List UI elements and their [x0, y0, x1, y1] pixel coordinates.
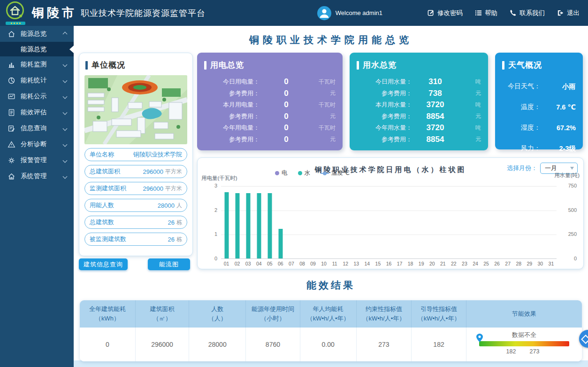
stat-value: 0	[260, 89, 313, 98]
x-axis-tick-label: 11	[329, 261, 340, 266]
column-unit: （kW•h/人•年）	[412, 314, 465, 323]
app-header: 铜陵市 职业技术学院能源资源监管平台 Welcome admin1 修改密码帮助…	[0, 0, 588, 26]
saving-gradient-bar	[479, 341, 569, 346]
sidebar-item-analysis-diagnosis[interactable]: 分析诊断	[0, 136, 74, 152]
stat-unit: 吨	[458, 78, 481, 86]
x-axis-tick-label: 22	[448, 261, 459, 266]
stat-value: 0	[260, 100, 313, 109]
legend-temperature[interactable]: 温度℃	[321, 169, 350, 177]
unit-overview-title: 单位概况	[92, 60, 125, 70]
weather-value: 2-3级	[559, 144, 576, 153]
alert-icon	[8, 141, 15, 148]
y-tick-right: 750	[563, 183, 577, 188]
stat-unit: 元	[313, 89, 336, 97]
sidebar-item-energy-stats[interactable]: 能耗统计	[0, 72, 74, 88]
field-label: 监测建筑面积	[90, 184, 126, 193]
sidebar-item-energy-monitor[interactable]: 能耗监测	[0, 56, 74, 72]
stat-label: 参考费用：	[204, 89, 260, 98]
stat-label: 今年用电量：	[204, 124, 260, 132]
left-axis-ticks: 3210	[204, 183, 217, 261]
column-header: 全年建筑能耗（kWh）	[80, 300, 136, 328]
electricity-overview-title: 用电总览	[210, 60, 244, 70]
header-action-list[interactable]: 帮助	[475, 9, 497, 17]
stat-value: 3720	[412, 100, 458, 109]
x-axis-tick-label: 04	[253, 261, 264, 266]
stat-label: 本月用水量：	[357, 101, 412, 109]
stat-row: 本月用水量：3720吨	[357, 99, 481, 111]
y-tick-right: 250	[563, 231, 577, 237]
stat-value: 0	[260, 135, 313, 144]
efficiency-table: 全年建筑能耗（kWh）建筑面积（㎡）人数（人）能源年使用时间（小时）年人均能耗（…	[80, 300, 582, 361]
sidebar-item-system-management[interactable]: 系统管理	[0, 168, 74, 184]
temperature-line-icon	[321, 173, 329, 174]
chevron-down-icon	[63, 142, 68, 147]
stat-value: 0	[260, 112, 313, 121]
table-cell: 273	[357, 328, 412, 361]
stat-unit: 元	[458, 89, 481, 97]
chevron-down-icon	[63, 110, 68, 115]
title-accent-bar	[85, 61, 88, 70]
table-cell: 182	[412, 328, 466, 361]
home-icon	[8, 30, 15, 38]
saving-effect-cell: 数据不全182273	[466, 328, 582, 361]
title-accent-bar	[502, 61, 504, 70]
field-value: 铜陵职业技术学院	[133, 150, 182, 159]
weather-label: 风力：	[502, 144, 541, 153]
x-axis-tick-label: 09	[308, 261, 319, 266]
stat-row: 参考费用：738元	[357, 88, 481, 100]
water-bar-day-03	[246, 193, 250, 258]
unit-overview-card: 单位概况 单位名称铜陵职业技术学院总建筑面积296	[79, 53, 193, 256]
column-name: 约束性指标值	[358, 305, 411, 314]
stat-value: 8854	[412, 112, 458, 121]
sidebar-subitem-energy-overview[interactable]: 能源总览	[0, 42, 74, 56]
sidebar-item-energy-overview[interactable]: 能源总览	[0, 26, 74, 42]
x-axis-tick-label: 06	[275, 261, 286, 266]
header-action-edit[interactable]: 修改密码	[428, 9, 463, 17]
sidebar-item-info-query[interactable]: 信息查询	[0, 120, 74, 136]
column-name: 引导性指标值	[412, 305, 465, 314]
stat-unit: 元	[313, 112, 336, 120]
x-axis-tick-label: 26	[492, 261, 503, 266]
user-avatar-icon	[317, 6, 331, 20]
chevron-down-icon	[63, 126, 68, 131]
column-header: 建筑面积（㎡）	[136, 300, 189, 328]
sidebar-item-alarm-management[interactable]: 报警管理	[0, 152, 74, 168]
sidebar-item-energy-publicity[interactable]: 能耗公示	[0, 88, 74, 104]
weather-row: 风力：2-3级	[502, 138, 576, 159]
column-header: 年人均能耗（kW•h/人•年）	[300, 300, 357, 328]
chevron-down-icon	[63, 62, 68, 67]
weather-overview-card: 天气概况 今日天气：小雨温度：7.6 ℃湿度：67.2%风力：2-3级	[495, 53, 583, 149]
x-axis-tick-label: 21	[437, 261, 448, 266]
sidebar-item-label: 能耗统计	[21, 76, 47, 85]
stat-value: 0	[260, 77, 313, 86]
stat-row: 今日用电量：0千瓦时	[204, 76, 336, 88]
column-header: 引导性指标值（kW•h/人•年）	[412, 300, 466, 328]
sidebar-subitem-label: 能源总览	[21, 45, 47, 54]
energy-flow-diagram-button[interactable]: 能流图	[148, 258, 190, 270]
water-bar-day-01	[224, 192, 229, 258]
legend-water[interactable]: 水	[298, 169, 311, 177]
header-action-logout[interactable]: 退出	[557, 9, 580, 17]
building-info-query-button[interactable]: 建筑信息查询	[79, 258, 128, 270]
stat-row: 本月用电量：0千瓦时	[204, 99, 336, 111]
bar-chart-icon	[8, 61, 15, 69]
stat-unit: 千瓦时	[313, 101, 336, 109]
table-cell: 0	[80, 328, 136, 361]
table-cell: 8760	[246, 328, 300, 361]
chevron-down-icon	[63, 174, 68, 179]
x-axis-tick-label: 03	[243, 261, 253, 266]
header-action-phone[interactable]: 联系我们	[510, 9, 545, 17]
unit-field-row: 单位名称铜陵职业技术学院	[84, 148, 187, 161]
sidebar-item-label: 能效评估	[21, 108, 47, 117]
legend-electricity[interactable]: 电	[275, 169, 288, 177]
right-axis-ticks: 7505002500	[563, 183, 577, 261]
column-unit: （㎡）	[137, 314, 188, 323]
weather-label: 湿度：	[502, 124, 541, 132]
scale-label-min: 182	[506, 348, 516, 355]
stat-value: 738	[412, 89, 458, 98]
stat-label: 今日用水量：	[357, 78, 412, 86]
sidebar-item-efficiency-eval[interactable]: 能效评估	[0, 104, 74, 120]
weather-label: 今日天气：	[502, 82, 541, 91]
x-axis-tick-label: 28	[513, 261, 524, 266]
field-value: 28000	[158, 202, 175, 209]
